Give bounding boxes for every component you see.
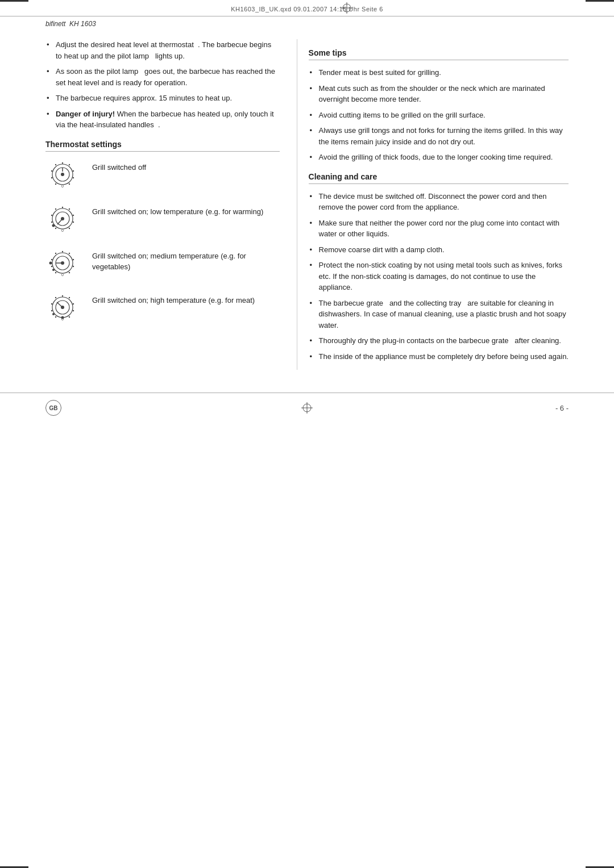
svg-point-20 (73, 214, 74, 215)
svg-point-10 (51, 177, 52, 178)
cleaning-list: The device must be switched off. Disconn… (309, 191, 569, 362)
svg-point-22 (69, 227, 70, 228)
svg-point-36 (73, 265, 74, 266)
svg-point-49 (62, 295, 63, 296)
svg-point-23 (55, 227, 56, 228)
svg-point-51 (73, 303, 74, 304)
svg-point-60 (61, 306, 64, 309)
tip-3: Avoid cutting items to be grilled on the… (309, 110, 569, 121)
thermostat-icon-off: 0 (45, 158, 85, 193)
intro-bullet-1: Adjust the desired heat level at thermos… (45, 39, 280, 61)
svg-point-29 (61, 217, 64, 220)
svg-point-19 (69, 208, 70, 209)
svg-point-7 (73, 177, 74, 178)
brand-name: bifinett (45, 20, 65, 28)
svg-point-44 (61, 261, 64, 265)
thermostat-section: Thermostat settings (45, 140, 280, 326)
svg-point-37 (69, 272, 70, 273)
thermostat-label-low: Grill switched on; low temperature (e.g.… (92, 203, 263, 218)
intro-bullet-list: Adjust the desired heat level at thermos… (45, 39, 280, 131)
clean-3: Remove coarse dirt with a damp cloth. (309, 244, 569, 256)
svg-point-46 (52, 269, 55, 271)
brand-model: KH 1603 (69, 20, 96, 28)
brand-line: bifinett KH 1603 (0, 16, 614, 34)
clean-4: Protect the non-stick coating by not usi… (309, 260, 569, 293)
tip-2: Meat cuts such as from the shoulder or t… (309, 83, 569, 105)
svg-point-34 (69, 252, 70, 253)
top-header: KH1603_IB_UK.qxd 09.01.2007 14:15 Uhr Se… (0, 0, 614, 16)
page: KH1603_IB_UK.qxd 09.01.2007 14:15 Uhr Se… (0, 0, 614, 868)
file-info: KH1603_IB_UK.qxd 09.01.2007 14:15 Uhr Se… (231, 6, 383, 12)
thermostat-label-high: Grill switched on; high temperature (e.g… (92, 291, 255, 306)
svg-point-39 (51, 265, 52, 266)
thermostat-row-high: 0 Grill switched on; high temperature (e… (45, 291, 280, 326)
some-tips-list: Tender meat is best suited for grilling.… (309, 67, 569, 163)
knob-svg-off: 0 (45, 158, 82, 190)
clean-2: Make sure that neither the power cord no… (309, 218, 569, 240)
thermostat-label-medium: Grill switched on; medium temperature (e… (92, 247, 280, 273)
svg-point-5 (69, 164, 70, 165)
svg-point-33 (62, 251, 63, 252)
svg-point-56 (51, 303, 52, 304)
page-number: - 6 - (555, 404, 569, 412)
thermostat-row-low: 0 Grill switched on; low temperature (e.… (45, 203, 280, 237)
thermostat-row-off: 0 Grill switched off (45, 158, 280, 193)
svg-point-53 (69, 316, 70, 317)
knob-svg-low: 0 (45, 203, 82, 234)
svg-text:0: 0 (61, 317, 64, 321)
svg-point-50 (69, 297, 70, 298)
thermostat-section-header: Thermostat settings (45, 140, 280, 152)
svg-point-35 (73, 258, 74, 260)
page-footer: GB - 6 - (0, 393, 614, 423)
thermostat-icon-medium: 0 (45, 247, 85, 281)
svg-point-26 (55, 208, 56, 209)
intro-bullet-4: Danger of injury! When the barbecue has … (45, 108, 280, 131)
knob-svg-medium: 0 (45, 247, 82, 278)
main-content: Adjust the desired heat level at thermos… (0, 34, 614, 381)
svg-point-15 (61, 173, 64, 176)
svg-text:0: 0 (61, 273, 64, 277)
tip-5: Avoid the grilling of thick foods, due t… (309, 152, 569, 163)
right-column: Some tips Tender meat is best suited for… (297, 39, 569, 370)
svg-point-8 (69, 183, 70, 184)
thermostat-label-off: Grill switched off (92, 158, 146, 173)
tip-1: Tender meat is best suited for grilling. (309, 67, 569, 78)
left-column: Adjust the desired heat level at thermos… (45, 39, 297, 370)
some-tips-header: Some tips (309, 48, 569, 60)
svg-point-4 (62, 162, 63, 163)
clean-6: Thoroughly dry the plug-in contacts on t… (309, 335, 569, 347)
svg-point-54 (55, 316, 56, 317)
tip-4: Always use grill tongs and not forks for… (309, 125, 569, 147)
bottom-crosshair-icon (301, 402, 313, 414)
svg-point-38 (55, 272, 56, 273)
intro-bullet-2: As soon as the pilot lamp goes out, the … (45, 66, 280, 88)
cleaning-header: Cleaning and care (309, 172, 569, 184)
svg-point-41 (55, 252, 56, 253)
svg-point-25 (51, 214, 52, 215)
svg-point-30 (52, 224, 55, 227)
crosshair-icon (341, 2, 352, 14)
svg-text:0: 0 (61, 228, 64, 232)
svg-point-57 (55, 297, 56, 298)
thermostat-row-medium: 0 Grill switched on; medium temperature … (45, 247, 280, 281)
svg-point-9 (55, 183, 56, 184)
svg-point-61 (52, 313, 55, 315)
gb-badge: GB (45, 400, 61, 416)
svg-point-21 (73, 221, 74, 222)
svg-point-6 (73, 170, 74, 171)
svg-point-55 (51, 310, 52, 311)
intro-bullet-3: The barbecue requires approx. 15 minutes… (45, 93, 280, 104)
svg-point-45 (49, 261, 52, 264)
svg-text:0: 0 (61, 184, 64, 188)
svg-point-18 (62, 206, 63, 207)
danger-bold: Danger of injury! (56, 110, 115, 118)
svg-point-12 (55, 164, 56, 165)
svg-point-52 (73, 310, 74, 311)
clean-7: The inside of the appliance must be comp… (309, 351, 569, 362)
svg-point-24 (51, 221, 52, 222)
thermostat-icon-low: 0 (45, 203, 85, 237)
thermostat-icon-high: 0 (45, 291, 85, 326)
clean-5: The barbecue grate and the collecting tr… (309, 298, 569, 331)
clean-1: The device must be switched off. Disconn… (309, 191, 569, 213)
knob-svg-high: 0 (45, 291, 82, 323)
